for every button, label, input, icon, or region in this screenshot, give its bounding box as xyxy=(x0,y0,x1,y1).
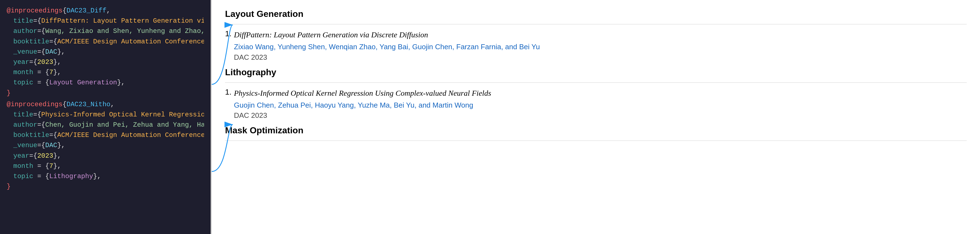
entry1-year-line: year={2023}, xyxy=(6,57,204,67)
entry1-topic-line: topic = {Layout Generation}, xyxy=(6,77,204,88)
entry2-id: DAC23_Nitho xyxy=(67,101,110,108)
bibliography-panel: Layout Generation 1. DiffPattern: Layout… xyxy=(212,0,980,234)
section-divider-3 xyxy=(225,141,967,141)
entry2-month-line: month = {7}, xyxy=(6,161,204,171)
code-editor: @inproceedings{DAC23_Diff, title={DiffPa… xyxy=(0,0,211,234)
bib-number-2: 1. xyxy=(225,88,231,96)
section-divider-1 xyxy=(225,24,967,24)
bib-item-2: 1. Physics-Informed Optical Kernel Regre… xyxy=(225,88,967,120)
bib-venue-2: DAC 2023 xyxy=(234,111,967,120)
at-symbol2: @inproceedings xyxy=(6,101,63,108)
entry2-title-line: title={Physics-Informed Optical Kernel R… xyxy=(6,109,204,120)
entry2-booktitle-line: booktitle={ACM/IEEE Design Automation Co… xyxy=(6,130,204,140)
entry1-booktitle-line: booktitle={ACM/IEEE Design Automation Co… xyxy=(6,36,204,47)
author-link-yuzhe-ma[interactable]: Yuzhe Ma xyxy=(358,101,390,109)
author-link-wenqian-zhao[interactable]: Wenqian Zhao xyxy=(329,43,376,51)
author-link-zehua-pei[interactable]: Zehua Pei xyxy=(278,101,311,109)
author-link-farzan-farnia[interactable]: Farzan Farnia xyxy=(456,43,501,51)
section-layout-generation: Layout Generation 1. DiffPattern: Layout… xyxy=(225,9,967,62)
entry1-at-line: @inproceedings{DAC23_Diff, xyxy=(6,6,204,16)
author-link-guojin-chen-2[interactable]: Guojin Chen xyxy=(234,101,274,109)
entry2-author-line: author={Chen, Guojin and Pei, Zehua and … xyxy=(6,120,204,130)
author-link-martin-wong[interactable]: Martin Wong xyxy=(433,101,473,109)
author-link-zixiao-wang[interactable]: Zixiao Wang xyxy=(234,43,274,51)
entry2-at-line: @inproceedings{DAC23_Nitho, xyxy=(6,99,204,109)
entry1-id: DAC23_Diff xyxy=(67,7,107,14)
section-divider-2 xyxy=(225,82,967,83)
section-lithography: Lithography 1. Physics-Informed Optical … xyxy=(225,67,967,120)
section-title-layout-generation: Layout Generation xyxy=(225,9,967,19)
entry2-year-line: year={2023}, xyxy=(6,151,204,161)
bib-authors-1: Zixiao Wang, Yunheng Shen, Wenqian Zhao,… xyxy=(234,42,967,52)
author-link-bei-yu-1[interactable]: Bei Yu xyxy=(519,43,540,51)
bib-authors-2: Guojin Chen, Zehua Pei, Haoyu Yang, Yuzh… xyxy=(234,100,967,110)
author-link-haoyu-yang[interactable]: Haoyu Yang xyxy=(315,101,354,109)
panel-divider xyxy=(211,0,212,234)
entry1-close: } xyxy=(6,88,204,98)
entry2-venue-line: _venue={DAC}, xyxy=(6,140,204,150)
author-link-guojin-chen-1[interactable]: Guojin Chen xyxy=(412,43,452,51)
bib-title-2: Physics-Informed Optical Kernel Regressi… xyxy=(234,88,967,98)
entry2-topic-line: topic = {Lithography}, xyxy=(6,171,204,182)
main-wrapper: Layout Generation 1. DiffPattern: Layout… xyxy=(211,0,980,234)
section-title-mask-optimization: Mask Optimization xyxy=(225,125,967,136)
bib-venue-1: DAC 2023 xyxy=(234,53,967,62)
entry2-close: } xyxy=(6,182,204,192)
at-symbol: @inproceedings xyxy=(6,7,63,14)
author-link-bei-yu-2[interactable]: Bei Yu xyxy=(394,101,415,109)
bib-item-1: 1. DiffPattern: Layout Pattern Generatio… xyxy=(225,29,967,62)
entry1-title-line: title={DiffPattern: Layout Pattern Gener… xyxy=(6,16,204,26)
author-link-yang-bai[interactable]: Yang Bai xyxy=(379,43,408,51)
section-title-lithography: Lithography xyxy=(225,67,967,77)
section-mask-optimization: Mask Optimization xyxy=(225,125,967,141)
bib-title-1: DiffPattern: Layout Pattern Generation v… xyxy=(234,29,967,40)
author-link-yunheng-shen[interactable]: Yunheng Shen xyxy=(278,43,325,51)
entry1-author-line: author={Wang, Zixiao and Shen, Yunheng a… xyxy=(6,26,204,36)
bib-number-1: 1. xyxy=(225,29,231,38)
entry1-venue-line: _venue={DAC}, xyxy=(6,47,204,57)
entry1-month-line: month = {7}, xyxy=(6,67,204,77)
